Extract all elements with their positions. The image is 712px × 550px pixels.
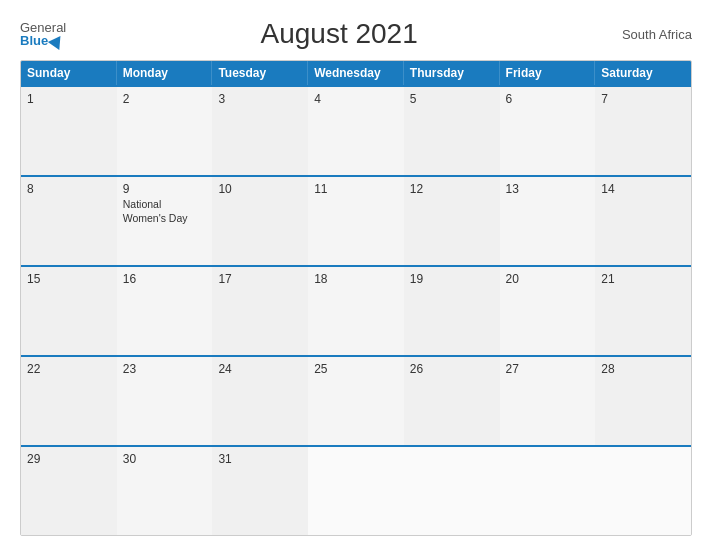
- day-number-24: 24: [218, 362, 302, 376]
- cal-cell-3-6: 28: [595, 357, 691, 445]
- day-number-20: 20: [506, 272, 590, 286]
- cal-cell-4-1: 30: [117, 447, 213, 535]
- day-number-4: 4: [314, 92, 398, 106]
- cal-cell-1-2: 10: [212, 177, 308, 265]
- day-number-17: 17: [218, 272, 302, 286]
- cal-cell-0-5: 6: [500, 87, 596, 175]
- cal-cell-4-6: [595, 447, 691, 535]
- day-number-12: 12: [410, 182, 494, 196]
- cal-cell-2-4: 19: [404, 267, 500, 355]
- cal-cell-1-4: 12: [404, 177, 500, 265]
- day-number-30: 30: [123, 452, 207, 466]
- cal-cell-3-3: 25: [308, 357, 404, 445]
- calendar-week-1: 1234567: [21, 85, 691, 175]
- cal-cell-4-3: [308, 447, 404, 535]
- cal-cell-0-3: 4: [308, 87, 404, 175]
- day-number-23: 23: [123, 362, 207, 376]
- header-thursday: Thursday: [404, 61, 500, 85]
- cal-cell-1-5: 13: [500, 177, 596, 265]
- day-number-25: 25: [314, 362, 398, 376]
- header-tuesday: Tuesday: [212, 61, 308, 85]
- cal-cell-2-5: 20: [500, 267, 596, 355]
- day-number-21: 21: [601, 272, 685, 286]
- calendar-header: Sunday Monday Tuesday Wednesday Thursday…: [21, 61, 691, 85]
- logo-triangle-icon: [48, 32, 66, 50]
- region-label: South Africa: [612, 27, 692, 42]
- calendar-week-4: 22232425262728: [21, 355, 691, 445]
- calendar-week-5: 293031: [21, 445, 691, 535]
- cal-cell-1-1: 9National Women's Day: [117, 177, 213, 265]
- day-number-6: 6: [506, 92, 590, 106]
- day-number-7: 7: [601, 92, 685, 106]
- day-number-8: 8: [27, 182, 111, 196]
- calendar-week-2: 89National Women's Day1011121314: [21, 175, 691, 265]
- header-sunday: Sunday: [21, 61, 117, 85]
- day-number-31: 31: [218, 452, 302, 466]
- day-number-28: 28: [601, 362, 685, 376]
- cal-cell-1-3: 11: [308, 177, 404, 265]
- page: General Blue August 2021 South Africa Su…: [0, 0, 712, 550]
- cal-cell-4-4: [404, 447, 500, 535]
- cal-cell-3-4: 26: [404, 357, 500, 445]
- day-number-9: 9: [123, 182, 207, 196]
- day-number-29: 29: [27, 452, 111, 466]
- header-monday: Monday: [117, 61, 213, 85]
- cal-cell-2-1: 16: [117, 267, 213, 355]
- cal-cell-3-5: 27: [500, 357, 596, 445]
- header-wednesday: Wednesday: [308, 61, 404, 85]
- cal-cell-4-2: 31: [212, 447, 308, 535]
- calendar: Sunday Monday Tuesday Wednesday Thursday…: [20, 60, 692, 536]
- day-number-5: 5: [410, 92, 494, 106]
- cal-cell-4-5: [500, 447, 596, 535]
- cal-cell-2-3: 18: [308, 267, 404, 355]
- header: General Blue August 2021 South Africa: [20, 18, 692, 50]
- cal-cell-0-1: 2: [117, 87, 213, 175]
- logo-blue-text: Blue: [20, 34, 64, 47]
- cal-cell-2-2: 17: [212, 267, 308, 355]
- cal-cell-3-1: 23: [117, 357, 213, 445]
- cal-cell-1-6: 14: [595, 177, 691, 265]
- cal-cell-3-0: 22: [21, 357, 117, 445]
- calendar-body: 123456789National Women's Day10111213141…: [21, 85, 691, 535]
- day-number-3: 3: [218, 92, 302, 106]
- day-number-18: 18: [314, 272, 398, 286]
- day-number-14: 14: [601, 182, 685, 196]
- cal-cell-3-2: 24: [212, 357, 308, 445]
- cal-cell-0-6: 7: [595, 87, 691, 175]
- cal-cell-4-0: 29: [21, 447, 117, 535]
- cal-cell-0-0: 1: [21, 87, 117, 175]
- cal-cell-2-6: 21: [595, 267, 691, 355]
- day-number-27: 27: [506, 362, 590, 376]
- cal-cell-2-0: 15: [21, 267, 117, 355]
- calendar-week-3: 15161718192021: [21, 265, 691, 355]
- day-number-11: 11: [314, 182, 398, 196]
- day-number-26: 26: [410, 362, 494, 376]
- cal-cell-0-4: 5: [404, 87, 500, 175]
- cal-cell-1-0: 8: [21, 177, 117, 265]
- day-event-1-1: National Women's Day: [123, 198, 207, 225]
- logo: General Blue: [20, 21, 66, 47]
- cal-cell-0-2: 3: [212, 87, 308, 175]
- day-number-2: 2: [123, 92, 207, 106]
- day-number-16: 16: [123, 272, 207, 286]
- day-number-10: 10: [218, 182, 302, 196]
- header-friday: Friday: [500, 61, 596, 85]
- day-number-1: 1: [27, 92, 111, 106]
- day-number-22: 22: [27, 362, 111, 376]
- day-number-13: 13: [506, 182, 590, 196]
- calendar-title: August 2021: [66, 18, 612, 50]
- day-number-19: 19: [410, 272, 494, 286]
- header-saturday: Saturday: [595, 61, 691, 85]
- day-number-15: 15: [27, 272, 111, 286]
